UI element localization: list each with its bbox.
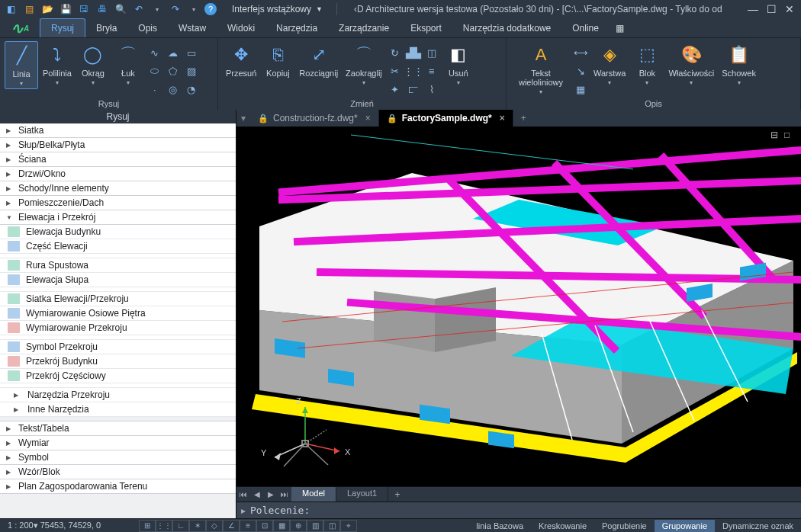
close-button[interactable]: ✕ [781,2,798,17]
schowek-button[interactable]: 📋Schowek▾ [719,41,759,88]
saveall-icon[interactable]: 🖫 [76,2,92,17]
rotate-icon[interactable]: ↻ [387,44,404,61]
palette-item[interactable]: ▶Inne Narzędzia [0,402,236,417]
open-icon[interactable]: 📂 [40,2,55,17]
trim-icon[interactable]: ✂ [387,62,404,79]
palette-category[interactable]: ▶Drzwi/Okno [0,167,236,181]
add-layout-button[interactable]: + [388,487,407,502]
blok-button[interactable]: ⬚Blok▾ [630,41,664,88]
kopiuj-button[interactable]: ⎘Kopiuj [261,41,294,79]
model-viewport[interactable]: X Y Z ⊟ □ [236,127,801,486]
dim-icon[interactable]: ⟷ [572,44,589,61]
tab-narzedzia-dodatkowe[interactable]: Narzędzia dodatkowe [452,18,561,37]
new-doc-tab[interactable]: + [513,110,534,127]
layout1-tab[interactable]: Layout1 [336,487,388,502]
first-icon[interactable]: ⏮ [236,487,250,502]
rozciagnij-button[interactable]: ⤢Rozciągnij [296,41,341,79]
revcloud-icon[interactable]: ☁ [165,44,182,61]
vp-minimize-icon[interactable]: ⊟ [770,130,778,140]
preview-icon[interactable]: 🔍 [113,2,128,17]
usun-button[interactable]: ◧Usuń▾ [442,41,475,88]
palette-item[interactable]: Elewacja Budynku [0,225,236,239]
palette-item[interactable]: Wymiarowanie Osiowe Piętra [0,306,236,321]
mode-pogrubienie[interactable]: Pogrubienie [594,520,655,532]
new-icon[interactable]: ▤ [21,2,37,17]
ellipse-icon[interactable]: ⬭ [146,62,163,79]
misc4-toggle[interactable]: ⌖ [340,520,357,532]
snap-toggle[interactable]: ⊞ [139,520,156,532]
explode-icon[interactable]: ✦ [387,81,404,98]
tab-zarzadzanie[interactable]: Zarządzanie [328,18,400,37]
palette-category[interactable]: ▶Wzór/Blok [0,465,236,479]
palette-category[interactable]: ▼Elewacja i Przekrój [0,210,236,225]
palette-item[interactable]: Siatka Elewacji/Przekroju [0,292,236,306]
luk-button[interactable]: ⌒Łuk▾ [111,41,145,88]
misc1-toggle[interactable]: ⊕ [290,520,307,532]
tab-wstaw[interactable]: Wstaw [168,18,217,37]
wlasciwosci-button[interactable]: 🎨Właściwości▾ [665,41,717,88]
okrag-button[interactable]: ◯Okrąg▾ [76,41,110,88]
tabs-dropdown[interactable]: ▾ [241,110,250,127]
next-icon[interactable]: ▶ [264,487,278,502]
palette-category[interactable]: ▶Wymiar [0,436,236,450]
tab-narzedzia[interactable]: Narzędzia [265,18,328,37]
tab-extra-icon[interactable]: ▦ [610,18,630,37]
dyn-toggle[interactable]: ⊡ [256,520,273,532]
point-icon[interactable]: · [146,81,163,98]
undo-drop-icon[interactable]: ▾ [150,2,165,17]
cmd-history-icon[interactable]: ▸ [241,505,246,516]
lwt-toggle[interactable]: ≡ [240,520,256,532]
mode-grupowanie[interactable]: Grupowanie [655,520,715,532]
table-icon[interactable]: ▦ [572,81,589,98]
mode-linia-bazowa[interactable]: linia Bazowa [468,520,531,532]
palette-item[interactable]: Elewacja Słupa [0,273,236,287]
close-tab-icon[interactable]: × [500,113,505,123]
break-icon[interactable]: ⌇ [423,81,440,98]
align-icon[interactable]: ⫍ [405,81,422,98]
palette-category[interactable]: ▶Tekst/Tabela [0,421,236,436]
command-input[interactable] [314,505,796,516]
palette-category[interactable]: ▶Ściana [0,152,236,167]
tab-eksport[interactable]: Eksport [400,18,452,37]
save-icon[interactable]: 💾 [58,2,73,17]
otrack-toggle[interactable]: ∠ [223,520,240,532]
doc-tab-2[interactable]: 🔒FactorySample.dwg*× [379,110,513,127]
array-icon[interactable]: ⋮⋮ [405,62,422,79]
interface-combo[interactable]: Interfejs wstążkowy ▼ [226,2,329,16]
tab-widoki[interactable]: Widoki [217,18,265,37]
przesun-button[interactable]: ✥Przesuń [223,41,259,79]
ortho-toggle[interactable]: ∟ [172,520,189,532]
polar-toggle[interactable]: ✶ [189,520,206,532]
hatch-icon[interactable]: ▨ [183,62,200,79]
misc3-toggle[interactable]: ◫ [323,520,340,532]
help-icon[interactable]: ? [204,3,217,15]
palette-category[interactable]: ▶Plan Zagospodarowania Terenu [0,479,236,494]
palette-item[interactable]: Przekrój Częściowy [0,369,236,383]
rect-icon[interactable]: ▭ [183,44,200,61]
coordinates-readout[interactable]: 1 : 200▾ 75453, 74529, 0 [0,521,108,530]
offset-icon[interactable]: ≡ [423,62,440,79]
palette-item[interactable]: Symbol Przekroju [0,340,236,354]
tab-rysuj[interactable]: Rysuj [40,18,85,37]
palette-item[interactable]: ▶Narzędzia Przekroju [0,388,236,402]
scale-icon[interactable]: ◫ [423,44,440,61]
palette-item[interactable]: Część Elewacji [0,239,236,254]
tab-online[interactable]: Online [561,18,610,37]
mirror-icon[interactable]: ▟▙ [405,44,422,61]
sel-toggle[interactable]: ▦ [273,520,290,532]
redo-drop-icon[interactable]: ▾ [186,2,201,17]
spline-icon[interactable]: ∿ [146,44,163,61]
palette-item[interactable]: Przekrój Budynku [0,354,236,369]
tab-opis[interactable]: Opis [127,18,168,37]
model-tab[interactable]: Model [291,487,336,502]
tekst-button[interactable]: ATekst wieloliniowy▾ [511,41,571,97]
last-icon[interactable]: ⏭ [278,487,291,502]
doc-tab-1[interactable]: 🔒Construction-fz.dwg*× [250,110,379,127]
redo-icon[interactable]: ↷ [168,2,183,17]
palette-category[interactable]: ▶Symbol [0,450,236,465]
osnap-toggle[interactable]: ◇ [206,520,223,532]
grid-toggle[interactable]: ⋮⋮ [156,520,172,532]
tab-bryla[interactable]: Bryła [85,18,127,37]
maximize-button[interactable]: ☐ [763,2,780,17]
palette-item[interactable]: Wymiarowanie Przekroju [0,321,236,335]
